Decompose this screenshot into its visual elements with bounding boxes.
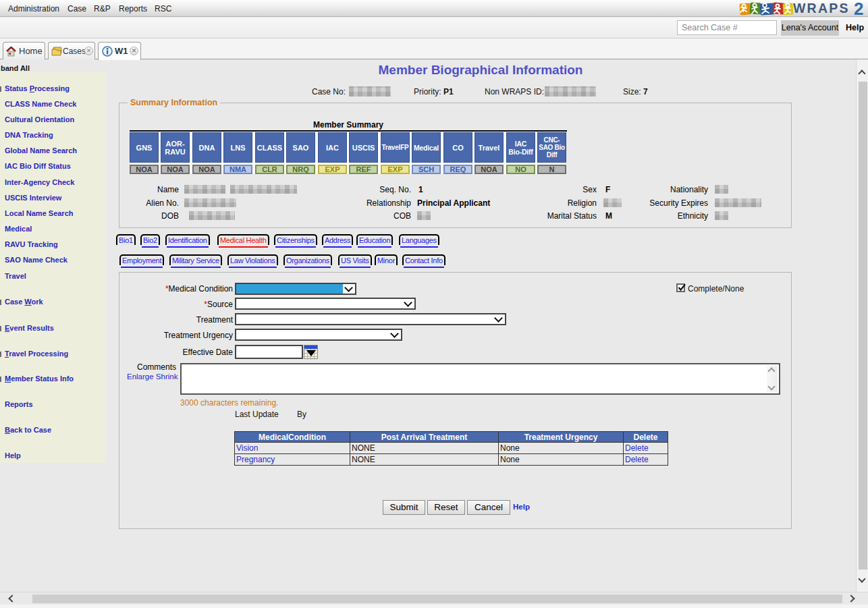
- svg-text:WRAPS: WRAPS: [793, 1, 850, 16]
- svg-text:2: 2: [854, 1, 863, 17]
